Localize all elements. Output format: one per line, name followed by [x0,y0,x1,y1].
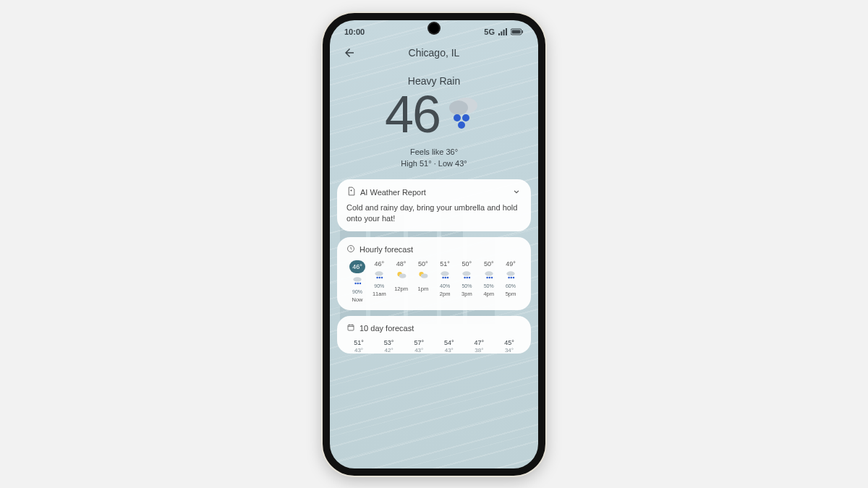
location-title: Chicago, IL [340,47,528,59]
day-high: 51° [354,339,364,346]
svg-rect-37 [348,325,354,331]
day-low: 43° [445,347,454,354]
day-item[interactable]: 54°43° [437,339,461,354]
day-low: 43° [414,347,423,354]
hour-temp: 46° [374,260,384,267]
hour-label: 3pm [461,291,472,297]
svg-point-22 [442,277,444,279]
precip-pct: 90% [352,289,362,294]
svg-rect-1 [512,30,521,33]
day-low: 42° [385,347,393,354]
svg-point-25 [463,271,471,275]
svg-point-16 [381,277,383,279]
hour-label: 1pm [418,286,429,292]
ai-report-body: Cold and rainy day, bring your umbrella … [346,202,522,225]
high-low: High 51° · Low 43° [330,159,538,168]
svg-point-27 [467,277,469,279]
front-camera [429,23,439,33]
hour-temp: 50° [462,260,472,267]
ai-report-card[interactable]: AI Weather Report Cold and rainy day, br… [337,179,531,232]
svg-point-10 [354,283,357,285]
svg-point-7 [458,121,465,129]
day-item[interactable]: 45°34° [497,339,522,354]
daily-forecast-card[interactable]: 10 day forecast 51°43°53°42°57°43°54°43°… [337,316,531,354]
svg-point-33 [506,271,514,275]
svg-point-29 [485,271,493,275]
svg-point-15 [379,277,381,279]
current-weather: Heavy Rain 46 Feels like 36° High [330,64,538,174]
svg-point-31 [488,277,490,279]
svg-point-32 [490,277,493,279]
day-high: 47° [475,339,485,346]
svg-point-30 [486,277,488,279]
precip-pct: 60% [506,283,516,288]
rain-icon [483,270,495,281]
battery-icon [511,28,524,35]
hour-item[interactable]: 48°12pm [391,260,412,303]
day-high: 45° [504,339,514,346]
partly-icon [396,270,407,281]
hour-label: 11am [373,291,386,297]
hour-label: 12pm [394,286,408,292]
hour-item[interactable]: 50°50%3pm [456,260,477,303]
rain-icon [373,270,385,281]
svg-point-5 [454,114,461,121]
hour-item[interactable]: 49°60%5pm [500,260,522,303]
hour-temp: 49° [506,260,516,267]
hour-temp: 50° [418,260,428,267]
day-high: 54° [444,339,454,346]
svg-point-26 [464,277,467,279]
svg-point-21 [441,271,449,275]
hour-temp: 46° [349,260,365,273]
sparkle-doc-icon [346,187,356,197]
hour-temp: 48° [396,260,407,267]
day-high: 57° [414,339,424,346]
svg-point-14 [377,277,379,279]
hourly-forecast-card[interactable]: Hourly forecast 46°90%Now46°90%11am48°12… [337,237,531,310]
precip-pct: 90% [374,283,384,288]
svg-point-28 [469,277,471,279]
feels-like: Feels like 36° [330,147,538,156]
hour-label: 2pm [440,291,451,297]
hour-item[interactable]: 46°90%11am [368,260,390,303]
rain-icon [352,275,363,287]
temperature: 46 [385,88,440,140]
hour-item[interactable]: 50°1pm [412,260,434,303]
day-item[interactable]: 47°38° [467,339,491,354]
clock-icon [346,244,355,254]
status-time: 10:00 [344,27,365,36]
svg-point-6 [462,114,469,121]
precip-pct: 50% [461,283,472,288]
svg-point-11 [357,283,359,285]
svg-point-35 [510,277,512,279]
svg-point-18 [399,274,406,278]
hour-item[interactable]: 46°90%Now [346,260,368,303]
hourly-title: Hourly forecast [359,245,413,254]
svg-rect-2 [522,30,524,33]
day-item[interactable]: 57°43° [407,339,431,354]
svg-point-12 [359,283,362,285]
rain-icon [505,270,516,281]
day-low: 43° [354,347,363,354]
svg-point-9 [353,277,361,281]
svg-point-24 [447,277,449,279]
day-item[interactable]: 51°43° [346,339,371,354]
partly-icon [417,270,429,281]
svg-point-13 [375,271,383,275]
hour-item[interactable]: 51°40%2pm [434,260,456,303]
hour-label: 4pm [483,291,494,297]
day-item[interactable]: 53°42° [377,339,401,354]
hour-label: Now [352,296,362,303]
svg-point-20 [421,274,428,278]
svg-point-34 [508,277,510,279]
svg-point-36 [513,277,515,279]
precip-pct: 50% [484,283,494,288]
network-label: 5G [484,27,495,36]
day-high: 53° [384,339,394,346]
precip-pct: 40% [440,283,450,288]
rain-icon [461,270,472,281]
hour-item[interactable]: 50°50%4pm [478,260,500,303]
hour-temp: 51° [440,260,450,267]
hour-label: 5pm [506,291,516,297]
day-low: 34° [505,347,514,354]
